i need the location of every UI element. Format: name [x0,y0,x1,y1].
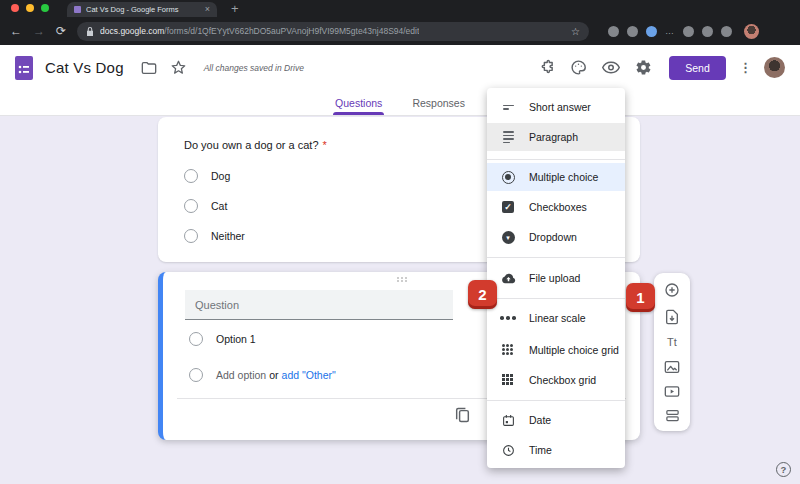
extension-icon[interactable] [646,26,657,37]
linear-scale-icon [500,316,516,320]
question-title: Do you own a dog or a cat?* [184,139,327,151]
maximize-window-button[interactable] [41,4,49,12]
extension-icons: … [608,24,759,39]
duplicate-question-icon[interactable] [455,407,470,427]
form-tabs: Questions Responses [0,90,800,116]
bookmark-star-icon[interactable]: ☆ [571,26,580,37]
star-form-icon[interactable] [171,60,186,75]
checkbox-grid-icon [500,374,516,386]
date-icon [500,414,516,427]
add-option-row[interactable]: Add optionoradd "Other" [189,368,336,382]
option-row-cat[interactable]: Cat [184,199,227,213]
menu-item-multiple-choice-grid[interactable]: Multiple choice grid [487,336,625,364]
annotation-badge-2: 2 [468,280,497,309]
menu-item-paragraph[interactable]: Paragraph [487,123,625,151]
multiple-choice-grid-icon [500,344,516,356]
url-host: docs.google.com [100,26,164,36]
url-path: /forms/d/1QfEYytV662hDO5auPVAnojH9fVI99M… [164,26,419,36]
required-asterisk: * [323,139,327,151]
question-type-menu: Short answer Paragraph Multiple choice ✓… [487,88,625,468]
browser-tab-title: Cat Vs Dog - Google Forms [86,5,200,14]
time-icon [500,444,516,457]
extensions-overflow-icon[interactable]: … [665,26,675,36]
file-upload-icon [500,273,516,284]
add-option-link[interactable]: Add option [216,369,266,381]
settings-gear-icon[interactable] [635,59,652,76]
extension-icon[interactable] [721,26,732,37]
extension-icon[interactable] [683,26,694,37]
addons-puzzle-icon[interactable] [538,59,555,76]
tab-responses[interactable]: Responses [412,90,465,115]
menu-item-file-upload[interactable]: File upload [487,264,625,292]
or-text: or [269,369,278,381]
preview-eye-icon[interactable] [602,61,620,74]
option-row-1[interactable]: Option 1 [189,332,256,346]
option-label: Cat [211,200,227,212]
forms-logo-icon[interactable] [15,56,33,80]
more-options-kebab-icon[interactable]: ⋮ [739,60,752,75]
browser-profile-avatar[interactable] [744,24,759,39]
import-questions-icon[interactable] [665,309,679,325]
browser-tabstrip: Cat Vs Dog - Google Forms × + [0,0,800,17]
theme-palette-icon[interactable] [570,59,587,76]
drag-handle-icon[interactable] [396,277,408,283]
menu-item-checkboxes[interactable]: ✓ Checkboxes [487,193,625,221]
paragraph-icon [500,131,516,143]
menu-item-checkbox-grid[interactable]: Checkbox grid [487,366,625,394]
new-tab-button[interactable]: + [231,2,239,15]
question-title-input[interactable] [185,290,453,320]
option-label[interactable]: Option 1 [216,333,256,345]
option-row-dog[interactable]: Dog [184,169,230,183]
add-title-icon[interactable]: Tt [667,336,677,348]
add-other-link[interactable]: add "Other" [282,369,336,381]
add-image-icon[interactable] [664,360,680,374]
menu-item-short-answer[interactable]: Short answer [487,93,625,121]
form-title[interactable]: Cat Vs Dog [45,59,124,76]
save-status[interactable]: All changes saved in Drive [204,63,304,73]
browser-addressbar: ← → ⟳ docs.google.com/forms/d/1QfEYytV66… [0,17,800,45]
radio-icon[interactable] [184,199,198,213]
browser-chrome: Cat Vs Dog - Google Forms × + ← → ⟳ docs… [0,0,800,45]
url-bar[interactable]: docs.google.com/forms/d/1QfEYytV662hDO5a… [77,22,589,41]
back-icon[interactable]: ← [10,25,22,37]
menu-item-linear-scale[interactable]: Linear scale [487,304,625,332]
checkboxes-icon: ✓ [500,201,516,213]
close-tab-icon[interactable]: × [205,5,210,14]
account-avatar[interactable] [764,57,785,78]
radio-icon[interactable] [189,332,203,346]
menu-item-dropdown[interactable]: ▾ Dropdown [487,223,625,251]
annotation-badge-1: 1 [626,283,655,312]
window-controls[interactable] [11,4,49,12]
extension-icon[interactable] [608,26,619,37]
move-to-folder-icon[interactable] [141,61,157,75]
reload-icon[interactable]: ⟳ [56,25,66,37]
add-section-icon[interactable] [665,409,680,422]
menu-item-time[interactable]: Time [487,436,625,464]
close-window-button[interactable] [11,4,19,12]
extension-icon[interactable] [702,26,713,37]
help-button[interactable]: ? [776,462,791,477]
radio-icon[interactable] [184,169,198,183]
add-question-icon[interactable] [664,282,680,298]
add-video-icon[interactable] [664,385,680,398]
browser-tab[interactable]: Cat Vs Dog - Google Forms × [67,2,217,17]
option-label: Neither [211,230,245,242]
forms-favicon-icon [74,6,81,13]
insert-toolbar: Tt [654,273,690,431]
radio-icon [189,368,203,382]
option-row-neither[interactable]: Neither [184,229,245,243]
short-answer-icon [500,105,516,110]
lock-icon [86,27,94,36]
header-actions [538,59,652,76]
dropdown-icon: ▾ [500,231,516,244]
tab-questions[interactable]: Questions [335,90,382,115]
radio-icon[interactable] [184,229,198,243]
send-button[interactable]: Send [669,56,726,80]
forms-header: Cat Vs Dog All changes saved in Drive Se… [0,45,800,90]
forward-icon[interactable]: → [33,25,45,37]
minimize-window-button[interactable] [26,4,34,12]
extension-icon[interactable] [627,26,638,37]
menu-item-multiple-choice[interactable]: Multiple choice [487,163,625,191]
menu-item-date[interactable]: Date [487,406,625,434]
option-label: Dog [211,170,230,182]
